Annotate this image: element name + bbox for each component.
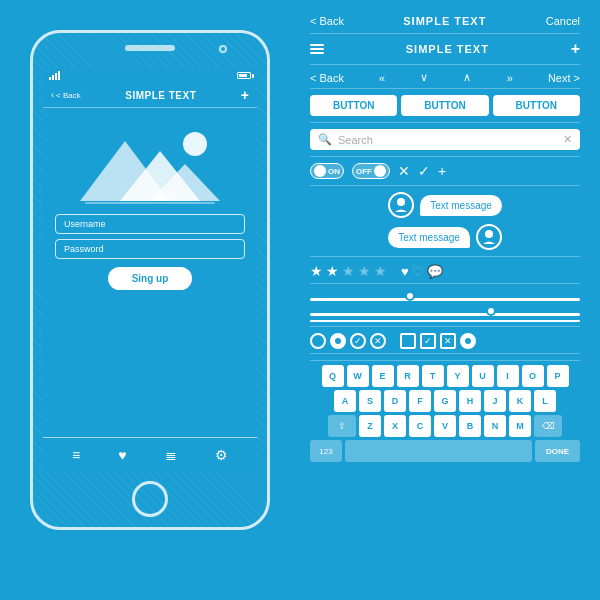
key-b[interactable]: B xyxy=(459,415,481,437)
key-n[interactable]: N xyxy=(484,415,506,437)
ui-panel: < Back SIMPLE TEXT Cancel SIMPLE TEXT + … xyxy=(310,15,580,465)
key-h[interactable]: H xyxy=(459,390,481,412)
search-box[interactable]: 🔍 Search ✕ xyxy=(310,129,580,150)
toggle-off[interactable]: OFF xyxy=(352,163,390,179)
phone-body: ‹ < Back SIMPLE TEXT + xyxy=(30,30,270,530)
button-row: BUTTON BUTTON BUTTON xyxy=(310,95,580,123)
slider-1[interactable] xyxy=(310,290,580,302)
toggle-on[interactable]: ON xyxy=(310,163,344,179)
key-q[interactable]: Q xyxy=(322,365,344,387)
key-u[interactable]: U xyxy=(472,365,494,387)
shift-key[interactable]: ⇧ xyxy=(328,415,356,437)
chat-message-left: Text message xyxy=(388,224,502,250)
key-r[interactable]: R xyxy=(397,365,419,387)
title-label: SIMPLE TEXT xyxy=(403,15,486,27)
app-navbar: ‹ < Back SIMPLE TEXT + xyxy=(43,83,257,108)
username-field[interactable]: Username xyxy=(55,214,245,234)
key-v[interactable]: V xyxy=(434,415,456,437)
keyboard-row-1: Q W E R T Y U I O P xyxy=(310,365,580,387)
slider-2[interactable] xyxy=(310,305,580,317)
nav-bar-row: < Back SIMPLE TEXT Cancel xyxy=(310,15,580,34)
key-x[interactable]: X xyxy=(384,415,406,437)
add-button[interactable]: + xyxy=(571,40,580,58)
key-c[interactable]: C xyxy=(409,415,431,437)
star-3[interactable]: ★ xyxy=(342,263,355,279)
space-key[interactable] xyxy=(345,440,532,462)
key-l[interactable]: L xyxy=(534,390,556,412)
key-o[interactable]: O xyxy=(522,365,544,387)
key-e[interactable]: E xyxy=(372,365,394,387)
menu-title: SIMPLE TEXT xyxy=(406,43,489,55)
key-t[interactable]: T xyxy=(422,365,444,387)
key-a[interactable]: A xyxy=(334,390,356,412)
chevron-down-nav[interactable]: ∨ xyxy=(420,71,428,84)
star-1[interactable]: ★ xyxy=(310,263,323,279)
radio-filled-2[interactable] xyxy=(460,333,476,349)
back-nav[interactable]: < Back xyxy=(310,72,344,84)
heart-nav-icon[interactable]: ♥ xyxy=(118,447,126,463)
phone-bottom-nav: ≡ ♥ ≣ ⚙ xyxy=(43,437,257,472)
svg-point-5 xyxy=(397,198,405,206)
clear-search-icon[interactable]: ✕ xyxy=(563,133,572,146)
key-d[interactable]: D xyxy=(384,390,406,412)
keyboard: Q W E R T Y U I O P A S D F G H J K L ⇧ … xyxy=(310,360,580,462)
phone-mockup: ‹ < Back SIMPLE TEXT + xyxy=(30,30,270,570)
star-5[interactable]: ★ xyxy=(374,263,387,279)
status-bar xyxy=(43,68,257,83)
key-f[interactable]: F xyxy=(409,390,431,412)
checkbox-checked[interactable]: ✓ xyxy=(420,333,436,349)
hamburger-icon[interactable] xyxy=(310,44,324,54)
x-icon[interactable]: ✕ xyxy=(398,163,410,179)
checkbox-x[interactable]: ✕ xyxy=(440,333,456,349)
plus-icon[interactable]: + xyxy=(438,163,446,179)
heart-filled[interactable]: ♥ xyxy=(401,264,409,279)
svg-point-0 xyxy=(183,132,207,156)
key-z[interactable]: Z xyxy=(359,415,381,437)
signup-button[interactable]: Sing up xyxy=(108,267,193,290)
key-k[interactable]: K xyxy=(509,390,531,412)
back-button[interactable]: < Back xyxy=(310,15,344,27)
key-m[interactable]: M xyxy=(509,415,531,437)
double-left-nav[interactable]: « xyxy=(379,72,385,84)
phone-add-button[interactable]: + xyxy=(241,87,249,103)
key-j[interactable]: J xyxy=(484,390,506,412)
button-2[interactable]: BUTTON xyxy=(401,95,488,116)
home-button[interactable] xyxy=(132,481,168,517)
hamburger-nav-icon[interactable]: ≡ xyxy=(72,447,80,463)
button-1[interactable]: BUTTON xyxy=(310,95,397,116)
star-2[interactable]: ★ xyxy=(326,263,339,279)
speech-bubble-icon[interactable]: 💬 xyxy=(427,264,443,279)
check-icon[interactable]: ✓ xyxy=(418,163,430,179)
radio-filled[interactable] xyxy=(330,333,346,349)
next-nav[interactable]: Next > xyxy=(548,72,580,84)
key-p[interactable]: P xyxy=(547,365,569,387)
check-circle[interactable]: ✓ xyxy=(350,333,366,349)
phone-back-button[interactable]: ‹ < Back xyxy=(51,90,81,100)
pagination-row: < Back « ∨ ∧ » Next > xyxy=(310,71,580,89)
slider-row xyxy=(310,290,580,327)
done-key[interactable]: DONE xyxy=(535,440,580,462)
numbers-key[interactable]: 123 xyxy=(310,440,342,462)
key-y[interactable]: Y xyxy=(447,365,469,387)
password-field[interactable]: Password xyxy=(55,239,245,259)
back-chevron: ‹ xyxy=(51,90,54,100)
star-4[interactable]: ★ xyxy=(358,263,371,279)
checkbox-empty[interactable] xyxy=(400,333,416,349)
chevron-up-nav[interactable]: ∧ xyxy=(463,71,471,84)
avatar-receiver xyxy=(476,224,502,250)
svg-point-6 xyxy=(485,230,493,238)
x-circle[interactable]: ✕ xyxy=(370,333,386,349)
key-w[interactable]: W xyxy=(347,365,369,387)
keyboard-row-2: A S D F G H J K L xyxy=(310,390,580,412)
key-i[interactable]: I xyxy=(497,365,519,387)
key-s[interactable]: S xyxy=(359,390,381,412)
double-right-nav[interactable]: » xyxy=(507,72,513,84)
list-nav-icon[interactable]: ≣ xyxy=(165,447,177,463)
button-3[interactable]: BUTTON xyxy=(493,95,580,116)
radio-empty-1[interactable] xyxy=(310,333,326,349)
heart-empty[interactable]: ♡ xyxy=(412,264,424,279)
cancel-button[interactable]: Cancel xyxy=(546,15,580,27)
backspace-key[interactable]: ⌫ xyxy=(534,415,562,437)
key-g[interactable]: G xyxy=(434,390,456,412)
settings-nav-icon[interactable]: ⚙ xyxy=(215,447,228,463)
